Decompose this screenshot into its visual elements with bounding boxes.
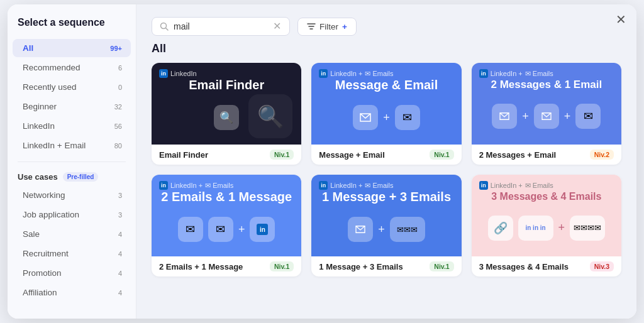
card-2emails-1message[interactable]: in LinkedIn + ✉ Emails 2 Emails & 1 Mess… (152, 175, 301, 276)
card-title: 3 Messages & 4 Emails (491, 190, 601, 202)
sidebar-item-recently-used[interactable]: Recently used 0 (13, 78, 131, 96)
sidebar-item-linkedin-email[interactable]: LinkedIn + Email 80 (13, 136, 131, 155)
plus-icon: + (238, 223, 245, 236)
card-preview-2messages-1email: in LinkedIn + ✉ Emails 2 Messages & 1 Em… (472, 63, 621, 145)
sidebar-item-beginner[interactable]: Beginner 32 (13, 97, 131, 116)
message-icon (348, 217, 373, 242)
linkedin-icon: in (479, 69, 488, 78)
plus-icon-2: + (564, 110, 571, 123)
search-box[interactable]: ✕ (152, 17, 290, 36)
platform-label: in LinkedIn + ✉ Emails (479, 69, 553, 78)
card-footer: Email Finder Niv.1 (152, 145, 301, 165)
card-name: Message + Email (319, 150, 384, 160)
use-cases-section: Use cases Pre-filled (8, 168, 136, 185)
sidebar-item-networking[interactable]: Networking 3 (13, 186, 131, 204)
plus-icon: + (558, 221, 565, 234)
link-icon: 🔗 (488, 216, 513, 241)
sidebar-item-all[interactable]: All 99+ (13, 39, 131, 57)
prefilled-badge: Pre-filled (63, 172, 99, 182)
card-title: Message & Email (335, 77, 438, 92)
card-title: 2 Emails & 1 Message (161, 189, 292, 204)
sidebar-item-linkedin-email-badge: 80 (114, 142, 122, 150)
card-preview-1message-3emails: in LinkedIn + ✉ Emails 1 Message + 3 Ema… (311, 175, 461, 256)
plus-icon: + (522, 110, 529, 123)
card-name: 3 Messages & 4 Emails (479, 262, 569, 271)
card-name: Email Finder (159, 150, 208, 160)
section-title: All (152, 42, 621, 55)
sidebar-item-recruitment[interactable]: Recruitment 4 (13, 244, 131, 263)
card-email-finder[interactable]: in LinkedIn Email Finder 🔍 🔍 Email Find (152, 63, 301, 165)
sidebar-divider (18, 162, 126, 162)
li-message-icon: in (250, 217, 275, 242)
platform-label: in LinkedIn (159, 69, 197, 78)
card-title: 1 Message + 3 Emails (322, 189, 451, 204)
level-badge: Niv.3 (590, 261, 614, 271)
linkedin-icon: in (319, 69, 328, 78)
main-content: ✕ Filter + All (136, 4, 636, 319)
preview-icons: + ✉✉✉ (348, 217, 425, 242)
close-button[interactable]: ✕ (616, 13, 626, 26)
sidebar-item-recommended[interactable]: Recommended 6 (13, 58, 131, 77)
card-preview-3messages-4emails: in LinkedIn + ✉ Emails 3 Messages & 4 Em… (472, 175, 621, 256)
sidebar-item-job-application[interactable]: Job application 3 (13, 205, 131, 224)
filter-plus-icon: + (342, 22, 347, 31)
sidebar-item-linkedin[interactable]: LinkedIn 56 (13, 117, 131, 135)
cards-grid: in LinkedIn Email Finder 🔍 🔍 Email Find (152, 63, 621, 276)
plus-icon: + (378, 223, 385, 236)
preview-content: 3 Messages & 4 Emails 🔗 in in in + ✉✉✉✉ (479, 190, 614, 240)
sidebar-item-linkedin-email-label: LinkedIn + Email (23, 141, 86, 150)
sidebar-item-sale-label: Sale (23, 229, 40, 239)
level-badge: Niv.1 (430, 150, 453, 160)
sidebar-item-recruitment-badge: 4 (118, 250, 122, 258)
clear-search-button[interactable]: ✕ (273, 21, 281, 31)
sidebar-item-affiliation-label: Affiliation (23, 288, 57, 297)
sidebar-item-recently-used-label: Recently used (23, 82, 77, 92)
card-2messages-1email[interactable]: in LinkedIn + ✉ Emails 2 Messages & 1 Em… (472, 63, 621, 165)
sidebar: Select a sequence All 99+ Recommended 6 … (8, 4, 136, 319)
preview-content: Message & Email + ✉ (319, 77, 453, 130)
sidebar-item-networking-label: Networking (23, 190, 65, 200)
preview-icons: ✉ ✉ + in (178, 217, 275, 242)
sequence-modal: ✕ Select a sequence All 99+ Recommended … (8, 4, 636, 319)
email-icon-1: ✉ (178, 217, 203, 242)
sidebar-item-affiliation-badge: 4 (118, 289, 122, 297)
sidebar-item-affiliation[interactable]: Affiliation 4 (13, 283, 131, 302)
filter-label: Filter (319, 22, 338, 31)
email-icon-2: ✉ (208, 217, 233, 242)
preview-content: 1 Message + 3 Emails + ✉✉✉ (319, 189, 453, 242)
sidebar-item-job-application-badge: 3 (118, 211, 122, 219)
message-icon-1 (492, 104, 517, 129)
card-name: 2 Messages + Email (479, 150, 557, 160)
linkedin-icon: in (159, 181, 168, 190)
sidebar-item-promotion-label: Promotion (23, 268, 62, 278)
card-1message-3emails[interactable]: in LinkedIn + ✉ Emails 1 Message + 3 Ema… (311, 175, 461, 276)
filter-button[interactable]: Filter + (297, 18, 357, 36)
sidebar-item-promotion[interactable]: Promotion 4 (13, 264, 131, 282)
preview-icons: 🔍 (214, 105, 239, 130)
level-badge: Niv.2 (590, 150, 614, 160)
linkedin-small-icon: in (257, 224, 268, 235)
big-search-icon: 🔍 (248, 94, 292, 138)
sidebar-item-recommended-badge: 6 (118, 64, 122, 72)
svg-line-1 (166, 28, 169, 31)
sidebar-item-sale[interactable]: Sale 4 (13, 225, 131, 243)
sidebar-item-beginner-label: Beginner (23, 102, 57, 111)
card-footer: 2 Emails + 1 Message Niv.1 (152, 256, 301, 276)
sidebar-item-job-application-label: Job application (23, 210, 79, 219)
message-icon-2 (534, 104, 559, 129)
linkedin-icon: in (479, 181, 488, 190)
card-3messages-4emails[interactable]: in LinkedIn + ✉ Emails 3 Messages & 4 Em… (472, 175, 621, 276)
sidebar-item-linkedin-label: LinkedIn (23, 121, 55, 131)
emails-group-icon: ✉✉✉ (390, 217, 425, 242)
use-cases-label: Use cases (18, 172, 58, 182)
card-message-email[interactable]: in LinkedIn + ✉ Emails Message & Email + (311, 63, 461, 165)
preview-icons: 🔗 in in in + ✉✉✉✉ (488, 216, 606, 241)
sidebar-title: Select a sequence (8, 17, 136, 38)
search-icon (160, 22, 169, 31)
sidebar-item-linkedin-badge: 56 (114, 123, 122, 130)
sidebar-item-recommended-label: Recommended (23, 63, 80, 72)
level-badge: Niv.1 (270, 261, 294, 271)
level-badge: Niv.1 (430, 261, 453, 271)
preview-icons: + + ✉ (492, 104, 601, 129)
search-input[interactable] (174, 21, 268, 31)
